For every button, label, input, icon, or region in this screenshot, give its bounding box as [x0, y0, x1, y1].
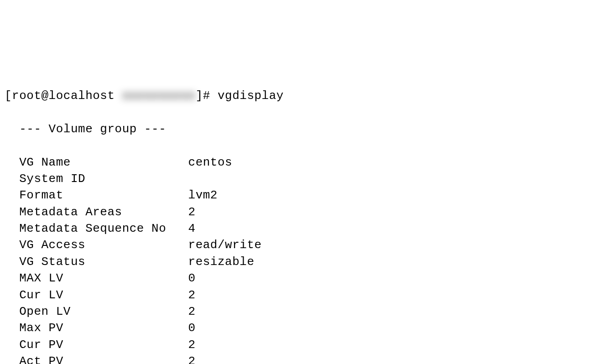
- vg-header: --- Volume group ---: [5, 121, 609, 137]
- prompt-blurred: xxxxxxxxxx: [122, 88, 196, 104]
- prompt-suffix: ]# vgdisplay: [196, 89, 284, 103]
- vg-row: MAX LV 0: [5, 270, 609, 286]
- vg-row: VG Status resizable: [5, 254, 609, 270]
- vg-row: System ID: [5, 171, 609, 187]
- prompt-prefix: [root@localhost: [5, 89, 122, 103]
- terminal-output: [root@localhost xxxxxxxxxx]# vgdisplay -…: [5, 71, 609, 364]
- vg-row: Metadata Areas 2: [5, 204, 609, 220]
- vg-row: Cur PV 2: [5, 337, 609, 353]
- vg-row: VG Access read/write: [5, 237, 609, 253]
- vg-row: Open LV 2: [5, 303, 609, 320]
- vg-row: VG Name centos: [5, 154, 609, 171]
- vg-row: Act PV 2: [5, 353, 609, 364]
- vg-row: Metadata Sequence No 4: [5, 220, 609, 237]
- vg-row: Max PV 0: [5, 320, 609, 336]
- vg-row: Format lvm2: [5, 187, 609, 203]
- vg-row: Cur LV 2: [5, 287, 609, 303]
- prompt-line: [root@localhost xxxxxxxxxx]# vgdisplay: [5, 88, 609, 104]
